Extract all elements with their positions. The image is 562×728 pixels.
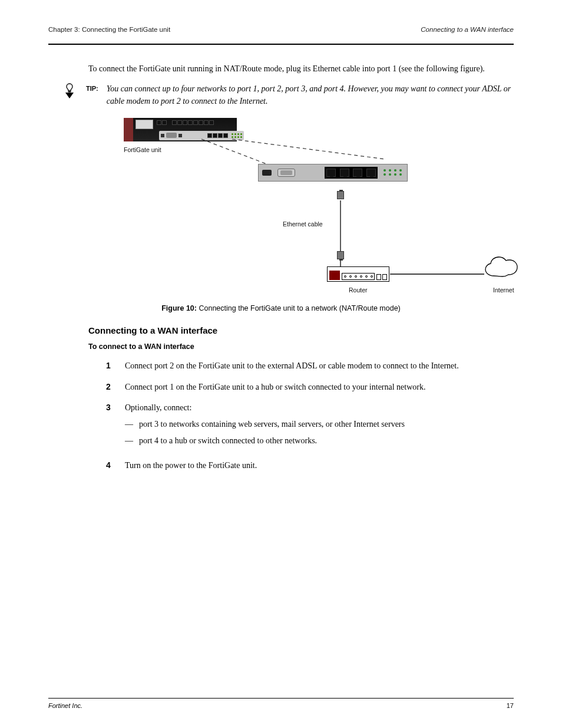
figure-number: Figure 10: <box>161 304 197 312</box>
step-4: 4 Turn on the power to the FortiGate uni… <box>106 459 514 472</box>
bullet-dash-icon: — <box>125 418 133 431</box>
tip-block: TIP: You can connect up to four networks… <box>61 83 514 107</box>
procedure-steps: 1 Connect port 2 on the FortiGate unit t… <box>106 360 514 472</box>
label-router: Router <box>349 286 368 294</box>
fortigate-rear-zoom-icon <box>258 164 408 182</box>
procedure-title: To connect to a WAN interface <box>88 341 514 353</box>
rj45-ports-icon <box>325 167 378 179</box>
footer-left: Fortinet Inc. <box>48 702 82 709</box>
step-number: 1 <box>106 360 117 373</box>
rj45-plug-bottom-icon <box>337 251 344 259</box>
internet-cloud-icon <box>483 255 523 282</box>
step-text: Optionally, connect: — port 3 to network… <box>125 401 405 450</box>
step-2: 2 Connect port 1 on the FortiGate unit t… <box>106 381 514 394</box>
step-3: 3 Optionally, connect: — port 3 to netwo… <box>106 401 514 450</box>
step-3-lead: Optionally, connect: <box>125 403 191 412</box>
step-number: 4 <box>106 459 117 472</box>
header-chapter: Chapter 3: Connecting the FortiGate unit <box>48 26 170 33</box>
rj45-plug-top-icon <box>337 191 344 199</box>
sub-text: port 3 to networks containing web server… <box>139 418 405 431</box>
header-rule <box>48 44 514 45</box>
tip-text: You can connect up to four networks to p… <box>107 83 514 107</box>
lightbulb-icon <box>61 83 78 99</box>
step-text: Connect port 1 on the FortiGate unit to … <box>125 381 426 394</box>
intro-paragraph: To connect the FortiGate unit running in… <box>88 62 514 75</box>
tip-label: TIP: <box>86 85 98 92</box>
sub-text: port 4 to a hub or switch connected to o… <box>139 434 317 447</box>
router-icon <box>327 266 389 282</box>
figure-text: Connecting the FortiGate unit to a netwo… <box>199 304 400 312</box>
step-number: 2 <box>106 381 117 394</box>
step-3-sub-b: — port 4 to a hub or switch connected to… <box>125 434 405 447</box>
footer-page-number: 17 <box>507 702 514 709</box>
header-section: Connecting to a WAN interface <box>421 26 514 33</box>
label-internet: Internet <box>493 286 514 294</box>
step-text: Connect port 2 on the FortiGate unit to … <box>125 360 459 373</box>
network-diagram: FortiGate unit Ethernet cable Router Int… <box>48 112 514 301</box>
step-1: 1 Connect port 2 on the FortiGate unit t… <box>106 360 514 373</box>
step-number: 3 <box>106 401 117 450</box>
section-heading: Connecting to a WAN interface <box>88 325 514 335</box>
figure-caption: Figure 10: Connecting the FortiGate unit… <box>48 304 514 312</box>
bullet-dash-icon: — <box>125 434 133 447</box>
label-cable: Ethernet cable <box>283 220 323 228</box>
page-footer: Fortinet Inc. 17 <box>48 698 514 709</box>
step-text: Turn on the power to the FortiGate unit. <box>125 459 257 472</box>
lcd-icon <box>135 120 153 129</box>
label-device: FortiGate unit <box>124 146 161 153</box>
svg-rect-0 <box>68 91 71 91</box>
step-3-sub-a: — port 3 to networks containing web serv… <box>125 418 405 431</box>
